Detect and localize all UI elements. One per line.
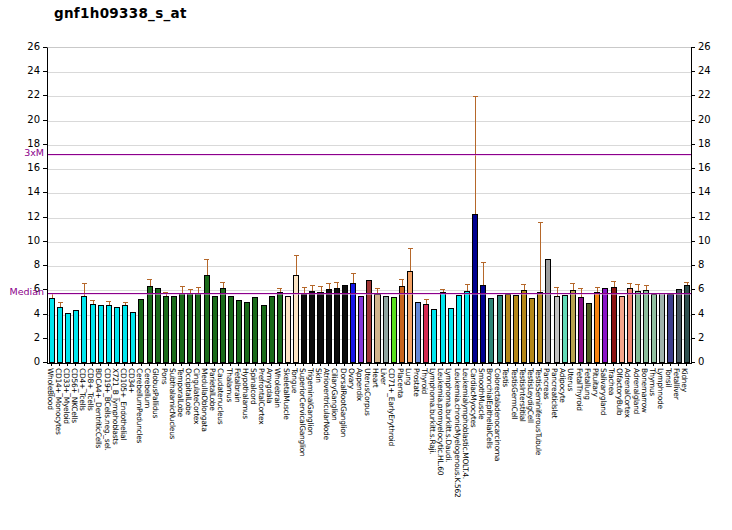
x-axis-tick [271,363,272,366]
bar-Liver [383,296,389,363]
y-axis-tick-left [43,47,47,48]
error-bar [410,248,411,271]
x-axis-tick [491,363,492,366]
x-axis-tick [198,363,199,366]
bar-SkeletalMuscle [285,296,291,363]
plot-area [47,47,692,364]
error-bar-cap [473,96,478,97]
error-bar-cap [318,286,323,287]
y-axis-label-left: 20 [14,115,40,125]
x-axis-tick [124,363,125,366]
x-axis-tick [303,363,304,366]
bar-CD34+ [130,312,136,363]
bar-CD105+_Endothelial [122,305,128,363]
error-bar [207,259,208,275]
bar-SmoothMuscle [480,285,486,363]
bar-Lymphoma.burkitt.s.Raji. [431,309,437,363]
x-axis-tick [344,363,345,366]
x-axis-tick [67,363,68,366]
bar-CiliaryGanglion [334,288,340,363]
y-axis-label-left: 12 [14,212,40,222]
x-axis-tick [287,363,288,366]
x-axis-tick [499,363,500,366]
error-bar-cap [375,288,380,289]
x-axis-tick [157,363,158,366]
error-bar-cap [302,287,307,288]
bar-Appendix [358,296,364,363]
x-axis-tick [482,363,483,366]
bar-CD8+_Tcells [90,304,96,363]
error-bar-cap [570,283,575,284]
y-axis-label-right: 12 [698,212,711,222]
x-axis-tick [450,363,451,366]
x-axis-tick [230,363,231,366]
gridline [48,218,691,219]
bar-Amygdala [269,296,275,363]
y-axis-tick-right [691,95,695,96]
reference-label-3xM: 3xM [0,148,44,158]
y-axis-label-left: 0 [14,357,40,367]
bar-PancreaticIslet [554,296,560,363]
reference-label-Median: Median [0,287,44,297]
bar-Lymphoma.burkitt.s.Daudi. [448,308,454,363]
bar-Heart [374,294,380,363]
bar-MedullaOblongata [204,275,210,363]
x-axis-tick [238,363,239,366]
x-axis-tick [189,363,190,366]
bar-CingulateCortex [195,293,201,363]
y-axis-label-left: 2 [14,333,40,343]
y-axis-label-right: 14 [698,187,711,197]
x-axis-tick [206,363,207,366]
y-axis-label-right: 16 [698,163,711,173]
bar-Placenta [399,286,405,363]
y-axis-tick-left [43,241,47,242]
x-axis-tick [92,363,93,366]
x-axis-tick [629,363,630,366]
x-axis-tick [336,363,337,366]
error-bar [483,262,484,285]
error-bar-cap [82,283,87,284]
error-bar-cap [351,273,356,274]
y-axis-tick-right [691,241,695,242]
x-axis-tick [605,363,606,366]
error-bar [353,273,354,283]
bar-Skin [317,292,323,363]
x-axis-tick [662,363,663,366]
x-axis-tick [572,363,573,366]
y-axis-label-right: 2 [698,333,704,343]
y-axis-label-left: 8 [14,260,40,270]
x-axis-tick [645,363,646,366]
y-axis-tick-right [691,144,695,145]
bar-Leukemia.chronicMyelogenous.K.562 [456,295,462,363]
y-axis-label-right: 20 [698,115,711,125]
x-axis-tick [409,363,410,366]
chart-title: gnf1h09338_s_at [54,5,187,21]
bar-FetalThyroid [578,297,584,363]
y-axis-label-left: 22 [14,90,40,100]
x-axis-tick [100,363,101,366]
x-axis-tick [173,363,174,366]
y-axis-label-right: 22 [698,90,711,100]
bar-Spinalcord [252,297,258,363]
bar-Fetalliver [676,289,682,363]
bar-TestisSeminiferousTubule [537,292,543,363]
error-bar-cap [220,282,225,283]
x-axis-tick [515,363,516,366]
error-bar-cap [440,289,445,290]
y-axis-tick-left [43,95,47,96]
x-axis-tick [263,363,264,366]
x-category-label: Kidney [680,368,689,392]
x-axis-tick [678,363,679,366]
bar-BDCA4+_DentriticCells [98,305,104,363]
bar-Leukemialymphoblastic.MOLT.4. [464,291,470,363]
y-axis-tick-left [43,120,47,121]
x-axis-tick [523,363,524,366]
x-axis-tick [653,363,654,366]
x-axis-tick [434,363,435,366]
bar-Tongue [293,275,299,363]
error-bar-cap [180,286,185,287]
bar-Trachea [611,287,617,363]
x-axis-tick [352,363,353,366]
y-axis-tick-right [691,217,695,218]
x-axis-tick [458,363,459,366]
